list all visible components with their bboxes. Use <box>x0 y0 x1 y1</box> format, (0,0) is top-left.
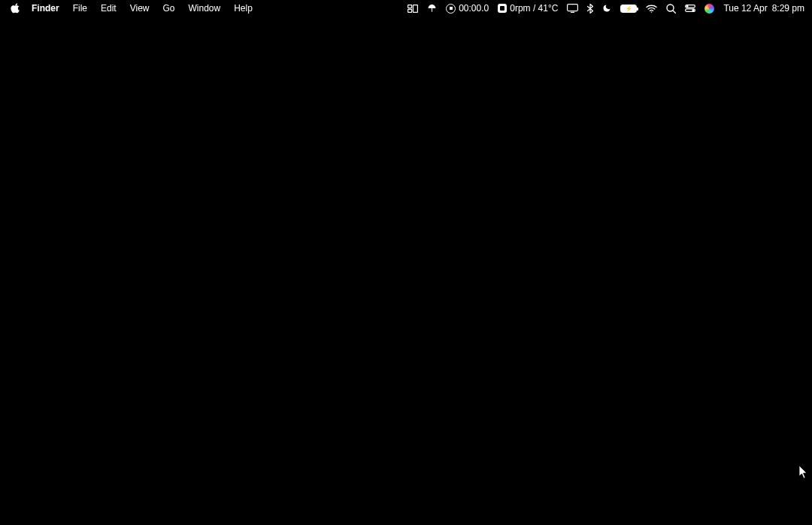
umbrella-icon <box>427 4 437 14</box>
bluetooth-icon[interactable] <box>587 4 593 14</box>
battery-icon: ⚡ <box>620 5 637 13</box>
siri-orb-icon <box>704 4 714 14</box>
help-menu[interactable]: Help <box>227 3 259 14</box>
spotlight-icon[interactable] <box>666 4 676 14</box>
window-menu[interactable]: Window <box>182 3 228 14</box>
bluetooth-glyph-icon <box>587 4 593 14</box>
wifi-glyph-icon <box>646 5 657 13</box>
grid-icon <box>408 5 418 13</box>
wifi-icon[interactable] <box>646 5 657 13</box>
svg-point-11 <box>692 10 694 11</box>
svg-rect-1 <box>408 9 412 12</box>
sensor-icon <box>498 4 507 13</box>
fan-temp-status[interactable]: 0rpm / 41°C <box>498 3 558 14</box>
toggles-icon <box>685 5 695 12</box>
app-name-menu[interactable]: Finder <box>25 3 66 14</box>
battery-status[interactable]: ⚡ <box>620 5 637 13</box>
mouse-cursor <box>799 466 808 479</box>
record-icon <box>446 4 456 14</box>
fan-temp-text: 0rpm / 41°C <box>510 3 558 14</box>
menu-bar: Finder File Edit View Go Window Help 00:… <box>0 0 812 17</box>
go-menu[interactable]: Go <box>156 3 182 14</box>
timer-text: 00:00.0 <box>459 3 489 14</box>
view-menu[interactable]: View <box>123 3 156 14</box>
svg-point-9 <box>686 5 688 7</box>
menu-right: 00:00.0 0rpm / 41°C ⚡ <box>408 3 804 14</box>
apple-logo-icon <box>11 3 20 14</box>
siri-icon[interactable] <box>704 4 714 14</box>
svg-line-7 <box>673 11 676 14</box>
date-time[interactable]: Tue 12 Apr 8:29 pm <box>723 3 804 14</box>
search-icon <box>666 4 676 14</box>
time-text: 8:29 pm <box>772 3 804 14</box>
file-menu[interactable]: File <box>66 3 94 14</box>
display-icon[interactable] <box>567 4 578 13</box>
svg-rect-3 <box>568 5 578 11</box>
do-not-disturb-icon[interactable] <box>602 4 611 13</box>
moon-icon <box>602 4 611 13</box>
apple-menu[interactable] <box>8 3 25 14</box>
date-text: Tue 12 Apr <box>723 3 767 14</box>
svg-rect-0 <box>408 5 412 8</box>
edit-menu[interactable]: Edit <box>94 3 123 14</box>
stage-manager-icon[interactable] <box>408 5 418 13</box>
svg-point-5 <box>651 11 653 13</box>
control-center-icon[interactable] <box>685 5 695 12</box>
monitor-icon <box>567 4 578 13</box>
svg-rect-2 <box>414 5 418 12</box>
umbrella-status-icon[interactable] <box>427 4 437 14</box>
menu-left: Finder File Edit View Go Window Help <box>8 3 259 14</box>
timer-status[interactable]: 00:00.0 <box>446 3 489 14</box>
